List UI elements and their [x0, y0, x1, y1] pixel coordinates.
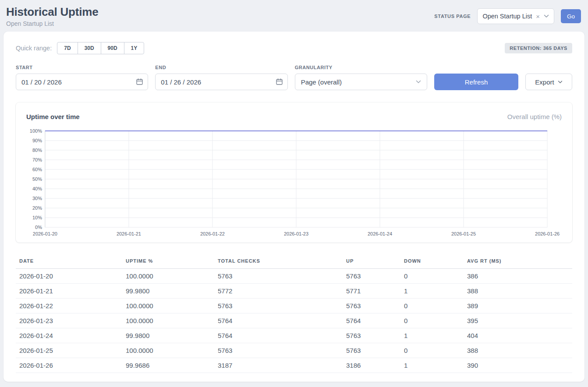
- table-cell: 390: [464, 358, 572, 373]
- chart-card: Uptime over time Overall uptime (%) 100%…: [16, 102, 572, 243]
- svg-text:80%: 80%: [32, 148, 42, 153]
- start-date-field: START: [16, 65, 148, 90]
- granularity-label: GRANULARITY: [295, 65, 427, 70]
- svg-text:2026-01-24: 2026-01-24: [368, 231, 392, 236]
- quick-range-30d-button[interactable]: 30D: [78, 42, 101, 54]
- table-cell: 99.9686: [122, 358, 214, 373]
- table-cell: 5764: [214, 313, 343, 328]
- start-date-input[interactable]: [16, 74, 148, 90]
- column-header: DATE: [16, 255, 122, 269]
- svg-text:100%: 100%: [30, 128, 42, 134]
- table-cell: 0: [400, 343, 464, 358]
- table-cell: 3187: [214, 358, 343, 373]
- table-cell: 5771: [343, 284, 400, 299]
- column-header: DOWN: [400, 255, 464, 269]
- svg-text:2026-01-25: 2026-01-25: [451, 231, 476, 236]
- svg-text:0%: 0%: [35, 225, 42, 230]
- table-cell: 395: [464, 313, 572, 328]
- table-row: 2026-01-2699.9686318731861390: [16, 358, 572, 373]
- column-header: UP: [343, 255, 400, 269]
- svg-text:90%: 90%: [32, 138, 42, 143]
- chevron-down-icon: [544, 14, 549, 18]
- table-cell: 100.0000: [122, 299, 214, 313]
- table-body: 2026-01-20100.00005763576303862026-01-21…: [16, 269, 572, 373]
- end-date-input[interactable]: [155, 74, 287, 90]
- svg-text:60%: 60%: [32, 167, 42, 172]
- svg-text:2026-01-21: 2026-01-21: [117, 231, 141, 236]
- chart-header: Uptime over time Overall uptime (%): [26, 110, 562, 127]
- quick-range-row: Quick range: 7D30D90D1Y: [16, 42, 144, 54]
- table-cell: 5763: [343, 299, 400, 313]
- table-cell: 1: [400, 328, 464, 343]
- table-row: 2026-01-23100.0000576457640395: [16, 313, 572, 328]
- table-cell: 5772: [214, 284, 343, 299]
- table-cell: 2026-01-24: [16, 328, 122, 343]
- svg-text:50%: 50%: [32, 176, 42, 182]
- end-date-label: END: [155, 65, 287, 70]
- granularity-field: GRANULARITY Page (overall): [295, 65, 427, 90]
- page-title: Historical Uptime: [6, 5, 98, 19]
- table-header-row: DATEUPTIME %TOTAL CHECKSUPDOWNAVG RT (MS…: [16, 255, 572, 269]
- status-page-selected-value: Open Startup List: [482, 13, 532, 20]
- controls-top-row: Quick range: 7D30D90D1Y RETENTION: 365 D…: [16, 42, 572, 54]
- chart-legend: Overall uptime (%): [507, 113, 562, 120]
- export-button[interactable]: Export: [525, 74, 572, 90]
- chevron-down-icon: [558, 81, 563, 84]
- table-cell: 0: [400, 299, 464, 313]
- granularity-select[interactable]: Page (overall): [295, 74, 427, 90]
- uptime-table: DATEUPTIME %TOTAL CHECKSUPDOWNAVG RT (MS…: [16, 255, 572, 373]
- calendar-icon[interactable]: [276, 78, 283, 85]
- table-row: 2026-01-2199.9800577257711388: [16, 284, 572, 299]
- table-cell: 0: [400, 269, 464, 284]
- quick-range-7d-button[interactable]: 7D: [57, 42, 78, 54]
- svg-text:2026-01-23: 2026-01-23: [284, 231, 308, 236]
- table-cell: 2026-01-20: [16, 269, 122, 284]
- chart-title: Uptime over time: [26, 113, 80, 120]
- table-cell: 1: [400, 284, 464, 299]
- table-cell: 388: [464, 284, 572, 299]
- table-cell: 0: [400, 313, 464, 328]
- chevron-down-icon: [416, 80, 421, 84]
- end-date-field: END: [155, 65, 287, 90]
- quick-range-1y-button[interactable]: 1Y: [124, 42, 145, 54]
- table-cell: 2026-01-23: [16, 313, 122, 328]
- svg-text:10%: 10%: [32, 215, 42, 220]
- start-date-label: START: [16, 65, 148, 70]
- granularity-selected-value: Page (overall): [301, 78, 342, 86]
- uptime-chart: 100%90%80%70%60%50%40%30%20%10%0%2026-01…: [26, 127, 562, 237]
- column-header: AVG RT (MS): [464, 255, 572, 269]
- svg-text:2026-01-20: 2026-01-20: [33, 231, 57, 236]
- refresh-button[interactable]: Refresh: [434, 74, 518, 90]
- table-row: 2026-01-25100.0000576357630388: [16, 343, 572, 358]
- calendar-icon[interactable]: [136, 78, 143, 85]
- main-card: Quick range: 7D30D90D1Y RETENTION: 365 D…: [4, 32, 584, 382]
- table-cell: 2026-01-22: [16, 299, 122, 313]
- svg-text:70%: 70%: [32, 157, 42, 162]
- go-button[interactable]: Go: [561, 9, 581, 23]
- quick-range-group: 7D30D90D1Y: [57, 42, 144, 54]
- table-cell: 388: [464, 343, 572, 358]
- table-row: 2026-01-22100.0000576357630389: [16, 299, 572, 313]
- table-cell: 5763: [214, 269, 343, 284]
- table-cell: 5763: [343, 328, 400, 343]
- page-subtitle: Open Startup List: [6, 20, 98, 27]
- page-header: Historical Uptime Open Startup List STAT…: [0, 0, 588, 32]
- status-page-select[interactable]: Open Startup List ×: [477, 8, 554, 24]
- table-cell: 2026-01-26: [16, 358, 122, 373]
- table-cell: 5764: [343, 313, 400, 328]
- svg-text:20%: 20%: [32, 205, 42, 211]
- table-cell: 2026-01-25: [16, 343, 122, 358]
- svg-text:40%: 40%: [32, 186, 42, 191]
- column-header: TOTAL CHECKS: [214, 255, 343, 269]
- table-cell: 99.9800: [122, 284, 214, 299]
- table-cell: 100.0000: [122, 269, 214, 284]
- table-cell: 1: [400, 358, 464, 373]
- svg-text:2026-01-22: 2026-01-22: [200, 231, 225, 236]
- clear-selection-icon[interactable]: ×: [536, 13, 540, 20]
- table-cell: 2026-01-21: [16, 284, 122, 299]
- quick-range-90d-button[interactable]: 90D: [101, 42, 124, 54]
- header-controls: STATUS PAGE Open Startup List × Go: [434, 8, 581, 24]
- table-cell: 5763: [343, 343, 400, 358]
- column-header: UPTIME %: [122, 255, 214, 269]
- status-page-label: STATUS PAGE: [434, 14, 471, 19]
